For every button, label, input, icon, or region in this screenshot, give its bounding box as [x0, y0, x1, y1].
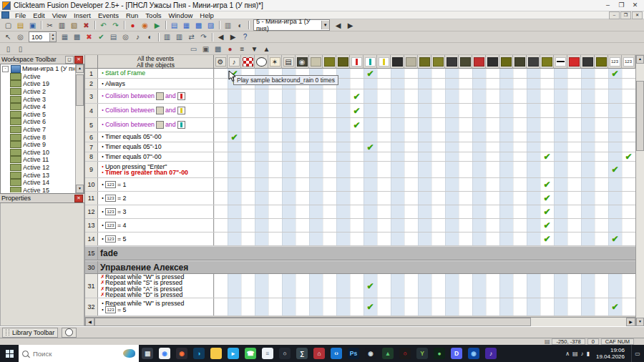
- workspace-item-active-15[interactable]: Active 15: [1, 187, 75, 193]
- workspace-item-active-14[interactable]: Active 14: [1, 179, 75, 187]
- event-number[interactable]: 4: [85, 104, 98, 117]
- copy-button[interactable]: ▥: [56, 20, 68, 30]
- breakpoint-button[interactable]: ●: [224, 44, 236, 54]
- workspace-item-active-6[interactable]: Active 6: [1, 118, 75, 126]
- menu-view[interactable]: View: [49, 11, 70, 19]
- event-condition-cell[interactable]: •Collision betweenand: [98, 118, 214, 132]
- keyboard-mouse-column-header[interactable]: ▤: [282, 55, 296, 69]
- spin-down-icon[interactable]: ▼: [49, 37, 56, 41]
- vscroll-track[interactable]: [636, 64, 644, 318]
- play-button[interactable]: ▶: [151, 20, 163, 30]
- workspace-item-active-3[interactable]: Active 3: [1, 95, 75, 103]
- event-condition-cell[interactable]: •Upon pressing "Enter"•Timer is greater …: [98, 162, 214, 177]
- event-number[interactable]: 2: [85, 79, 98, 89]
- workspace-item-active-2[interactable]: Active 2: [1, 88, 75, 96]
- start-button[interactable]: [0, 345, 19, 362]
- storyboard-controls-column-header[interactable]: [241, 55, 255, 69]
- maximize-button[interactable]: ❐: [615, 1, 628, 10]
- event-number[interactable]: 30: [85, 261, 98, 273]
- active-yellowbar-column-header[interactable]: [377, 55, 391, 69]
- taskbar-app-clock-app[interactable]: ○: [276, 345, 293, 362]
- zoom-spinner[interactable]: 100 ▲▼: [29, 31, 57, 42]
- tray-network-icon[interactable]: ▤: [572, 351, 578, 357]
- workspace-item-active-10[interactable]: Active 10: [1, 149, 75, 157]
- taskbar-app-whatsapp[interactable]: ☎: [242, 345, 259, 362]
- taskbar-search[interactable]: [19, 345, 139, 362]
- help-button[interactable]: ?: [239, 32, 251, 42]
- taskbar-app-chrome[interactable]: ◉: [156, 345, 173, 362]
- event-condition-cell[interactable]: •123 = 4: [98, 219, 214, 232]
- event-action-cells[interactable]: ✔: [214, 274, 635, 298]
- cut-button[interactable]: ✂: [44, 20, 56, 30]
- verify-events-button[interactable]: ✔: [95, 32, 107, 42]
- event-number[interactable]: 13: [85, 219, 98, 232]
- event-number[interactable]: 15: [85, 247, 98, 260]
- taskbar-app-task-view[interactable]: ▦: [139, 345, 156, 362]
- scroll-right-icon[interactable]: ▶: [626, 318, 635, 326]
- active-dark5-column-header[interactable]: [527, 55, 540, 69]
- save-button[interactable]: ▣: [26, 20, 39, 30]
- counter2-column-header[interactable]: 123: [622, 55, 635, 69]
- taskbar-app-browser[interactable]: ◉: [465, 345, 482, 362]
- taskbar-app-calculator[interactable]: ∑: [293, 345, 311, 362]
- active-olive3-column-header[interactable]: [418, 55, 431, 69]
- event-condition-cell[interactable]: •Timer equals 07"-00: [98, 152, 214, 161]
- minimize-button[interactable]: –: [601, 1, 615, 10]
- swap-button[interactable]: ⇄: [185, 32, 197, 42]
- workspace-item-active-4[interactable]: Active 4: [1, 103, 75, 111]
- event-number[interactable]: 6: [85, 132, 98, 142]
- event-condition-cell[interactable]: •Repeat while "W" is pressed•123 = 5: [98, 298, 214, 315]
- event-condition-cell[interactable]: •Timer equals 05"-00: [98, 132, 214, 142]
- active-line-column-header[interactable]: [554, 55, 567, 69]
- scroll-up-icon[interactable]: ▲: [76, 64, 84, 73]
- active-olive6-column-header[interactable]: [540, 55, 554, 69]
- properties-close-button[interactable]: ✕: [74, 195, 83, 202]
- vertical-scrollbar[interactable]: ▲ ▼: [635, 55, 644, 326]
- menu-insert[interactable]: Insert: [70, 11, 94, 19]
- workspace-root-item[interactable]: -Мини-игра 1 (У пня): [1, 65, 75, 73]
- workspace-item-active-8[interactable]: Active 8: [1, 133, 75, 141]
- new-document-button[interactable]: ▢: [2, 20, 14, 30]
- pane-left-button[interactable]: ▯: [2, 44, 14, 54]
- workspace-item-active[interactable]: Active: [1, 73, 75, 81]
- hscroll-thumb[interactable]: [94, 318, 531, 326]
- workspace-item-active-7[interactable]: Active 7: [1, 126, 75, 134]
- taskbar-app-store[interactable]: ⌂: [311, 345, 328, 362]
- event-condition-cell[interactable]: •Start of Frame: [98, 69, 214, 78]
- menu-tools[interactable]: Tools: [142, 11, 165, 19]
- expand-all-button[interactable]: ▲: [260, 44, 273, 54]
- scroll-down-icon[interactable]: ▼: [636, 318, 644, 326]
- select-events-button[interactable]: ▭: [187, 44, 200, 54]
- event-action-cells[interactable]: ✔: [214, 219, 635, 232]
- tray-battery-icon[interactable]: ▮: [587, 351, 590, 357]
- scroll-down-icon[interactable]: ▼: [76, 185, 84, 193]
- menu-events[interactable]: Events: [94, 11, 122, 19]
- taskbar-clock[interactable]: 19:06 19.04.2026: [592, 347, 628, 360]
- menu-edit[interactable]: Edit: [29, 11, 48, 19]
- active-olive2-column-header[interactable]: [336, 55, 350, 69]
- event-number[interactable]: 7: [85, 142, 98, 152]
- active-dark6-column-header[interactable]: [581, 55, 595, 69]
- event-list-editor-button[interactable]: ▨: [205, 20, 217, 30]
- event-action-cells[interactable]: ✔: [214, 142, 635, 152]
- run-application-button[interactable]: ●: [127, 20, 139, 30]
- layers-button[interactable]: ▥: [222, 20, 234, 30]
- library-toolbar-box[interactable]: Library Toolbar: [2, 328, 58, 338]
- workspace-scrollbar[interactable]: ▲ ▼: [75, 64, 84, 193]
- special-conditions-column-header[interactable]: ⚙: [214, 55, 228, 69]
- paste-button[interactable]: ▧: [68, 20, 80, 30]
- align-objects-right-button[interactable]: ▥: [173, 32, 185, 42]
- event-action-cells[interactable]: ✔: [214, 178, 635, 191]
- timer-column-header[interactable]: [255, 55, 268, 69]
- center-view-button[interactable]: ◎: [119, 32, 132, 42]
- history-box[interactable]: [62, 328, 77, 338]
- taskbar-app-discord[interactable]: D: [448, 345, 465, 362]
- show-grid-button[interactable]: ▦: [59, 32, 71, 42]
- search-highlight-icon[interactable]: [123, 349, 135, 358]
- event-action-cells[interactable]: ✔: [214, 104, 635, 117]
- menu-window[interactable]: Window: [165, 11, 197, 19]
- taskbar-app-vscode[interactable]: ‹›: [328, 345, 345, 362]
- screen-capture-button[interactable]: ▣: [200, 44, 212, 54]
- all-events-header[interactable]: All the events All the objects: [98, 55, 214, 69]
- taskbar-app-media-player[interactable]: ♪: [482, 345, 499, 362]
